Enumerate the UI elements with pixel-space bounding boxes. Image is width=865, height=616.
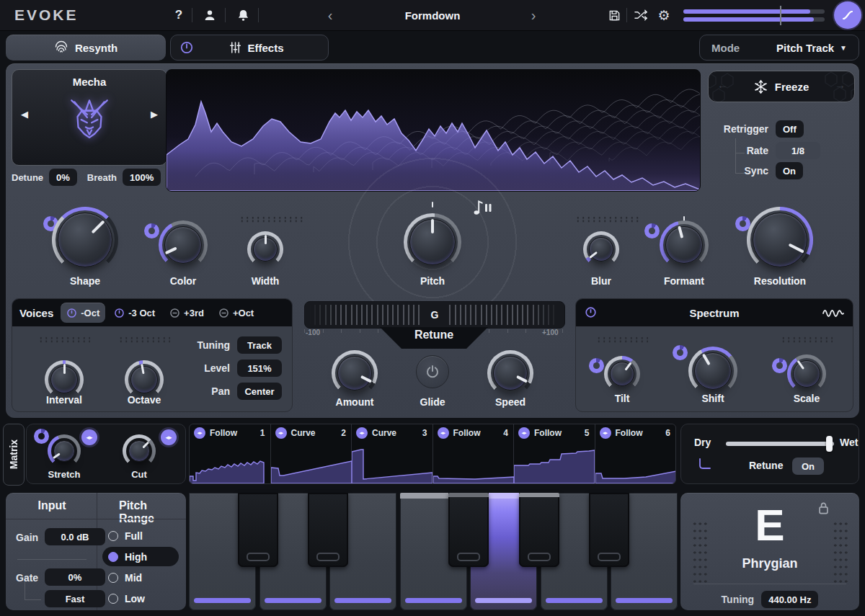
pitch-range-option-high[interactable]: High [102,547,179,566]
retune-toggle[interactable]: On [792,457,824,475]
chevron-down-icon: ▼ [840,44,847,52]
bipolar-arrows-icon[interactable]: ◂▸ [275,427,287,439]
voice-tab-minus-oct[interactable]: -Oct [61,303,105,323]
stretch-knob[interactable] [48,434,81,468]
spectrum-display[interactable] [166,69,701,192]
bipolar-arrows-icon[interactable]: ◂▸ [194,427,205,439]
key-C-sharp[interactable] [238,493,278,567]
level-value[interactable]: 151% [237,360,282,377]
formant-knob[interactable] [660,220,709,269]
gain-gate-divider [17,559,86,560]
mode-dropdown[interactable]: Mode Pitch Track ▼ [699,35,859,61]
scale-name[interactable]: Phrygian [680,556,859,571]
mod-slot-3[interactable]: ◂▸Curve3 [352,424,432,483]
pitch-range-option-full[interactable]: Full [102,526,179,545]
shuffle-icon[interactable] [631,0,650,30]
voice-tab-plus-3rd[interactable]: +3rd [164,303,210,323]
option-label: Mid [125,572,142,584]
soft-clip-button[interactable] [834,1,861,29]
cut-bipolar-button[interactable]: ◂▸ [161,429,177,445]
pitch-range-option-mid[interactable]: Mid [102,568,179,587]
detune-value[interactable]: 0% [49,169,77,186]
settings-gear-icon[interactable]: ⚙ [655,0,673,30]
mod-slot-1[interactable]: ◂▸Follow1 [190,424,270,483]
key-G-sharp[interactable] [519,493,559,567]
effects-power-icon[interactable] [179,40,194,55]
width-knob[interactable] [247,231,283,267]
range-cap [448,493,489,497]
spectrum-power-icon[interactable] [585,306,597,318]
preset-next-arrow[interactable]: ▶ [151,109,158,120]
pitch-range-option-low[interactable]: Low [102,589,179,608]
key-indicator [334,598,391,603]
mod-slot-4[interactable]: ◂▸Follow4 [433,424,514,483]
tuning-value[interactable]: 440.00 Hz [761,591,818,608]
account-icon[interactable] [200,0,219,30]
freeze-button[interactable]: ← → Freeze [708,71,855,102]
bipolar-arrows-icon[interactable]: ◂▸ [600,427,611,439]
gain-value[interactable]: 0.0 dB [45,528,105,545]
preset-browser[interactable]: Mecha ◀ ▶ [12,69,167,166]
amount-knob[interactable] [332,350,378,396]
mod-slot-6[interactable]: ◂▸Follow6 [595,424,676,483]
rate-value[interactable]: 1/8 [776,142,820,159]
key-A-sharp[interactable] [589,493,629,567]
stretch-label: Stretch [48,469,81,480]
preset-name[interactable]: Formdown [360,0,505,30]
preset-prev-arrow[interactable]: ◀ [21,109,28,120]
tab-effects[interactable]: Effects [170,35,329,61]
slot-name: Follow [453,428,481,438]
voice-tab-plus-oct[interactable]: +Oct [213,303,260,323]
interval-knob[interactable] [45,360,84,399]
bipolar-arrows-icon[interactable]: ◂▸ [356,427,368,439]
preset-next-button[interactable]: › [526,0,541,30]
root-note[interactable]: E [680,503,859,548]
pitch-knob[interactable] [404,213,461,271]
mod-slot-5[interactable]: ◂▸Follow5 [514,424,595,483]
dry-wet-handle[interactable] [826,436,833,452]
matrix-tab[interactable]: Matrix [3,424,25,486]
preset-prev-button[interactable]: ‹ [323,0,337,30]
evoke-plugin-window: EVOKE ? ‹ Formdown › ⚙ [0,0,865,616]
stretch-bipolar-button[interactable]: ◂▸ [81,429,97,445]
gate-speed-value[interactable]: Fast [45,590,105,607]
shape-knob[interactable] [52,207,118,273]
tab-resynth-label: Resynth [75,42,117,54]
gate-value[interactable]: 0% [45,568,105,586]
tab-resynth[interactable]: Resynth [6,35,166,61]
bell-icon[interactable] [234,0,252,30]
mod-slot-2[interactable]: ◂▸Curve2 [271,424,352,483]
save-icon[interactable] [606,0,623,30]
tilt-knob[interactable] [604,356,640,392]
resolution-knob[interactable] [747,207,813,273]
bipolar-arrows-icon[interactable]: ◂▸ [438,427,449,439]
key-F-sharp[interactable] [448,493,489,567]
tuning-value[interactable]: Track [237,336,282,354]
dry-wet-slider[interactable] [726,442,834,446]
cut-knob[interactable] [123,434,156,468]
retrigger-toggle[interactable]: Off [776,120,804,138]
level-label: Level [204,362,230,374]
color-knob[interactable] [159,220,208,269]
blur-knob[interactable] [583,231,619,267]
blur-label: Blur [591,275,611,287]
ruler-min: -100 [306,329,320,336]
speed-knob[interactable] [487,350,533,396]
bipolar-arrows-icon[interactable]: ◂▸ [518,427,530,439]
stretch-mod-indicator[interactable] [34,429,49,444]
resynth-main-panel: Mecha ◀ ▶ Detune 0% Breath 100% [6,63,859,418]
scale-knob[interactable] [787,354,826,393]
octave-knob[interactable] [125,360,164,399]
retune-ruler[interactable]: G [304,301,565,329]
sync-toggle[interactable]: On [776,162,803,179]
voice-tab-minus-3oct[interactable]: -3 Oct [108,303,161,323]
breath-value[interactable]: 100% [123,169,161,186]
option-label: Low [125,593,145,604]
help-button[interactable]: ? [172,0,186,30]
key-D-sharp[interactable] [308,493,348,567]
pan-value[interactable]: Center [237,383,282,400]
freeze-label: Freeze [775,81,809,93]
glide-power-button[interactable] [416,355,449,388]
output-level-meter[interactable] [683,9,825,22]
shift-knob[interactable] [688,347,737,396]
